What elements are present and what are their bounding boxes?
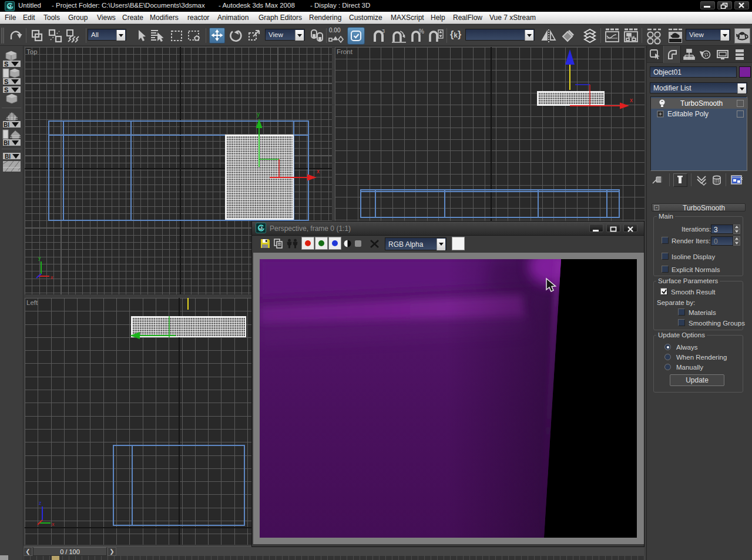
svg-text:BI: BI xyxy=(4,140,9,146)
svg-text:S: S xyxy=(4,86,8,93)
svg-text:x: x xyxy=(51,274,53,280)
svg-text:S: S xyxy=(4,61,8,68)
svg-text:x: x xyxy=(317,168,320,175)
svg-text:y: y xyxy=(38,255,41,261)
svg-text:BI: BI xyxy=(5,153,11,160)
svg-text:x: x xyxy=(630,97,633,103)
svg-text:y: y xyxy=(257,111,260,118)
svg-text:BI: BI xyxy=(4,122,9,128)
svg-text:3: 3 xyxy=(382,28,385,34)
svg-text:%: % xyxy=(419,28,424,35)
svg-text:S: S xyxy=(4,78,8,85)
svg-text:x: x xyxy=(52,521,55,527)
svg-text:z: z xyxy=(39,500,42,506)
